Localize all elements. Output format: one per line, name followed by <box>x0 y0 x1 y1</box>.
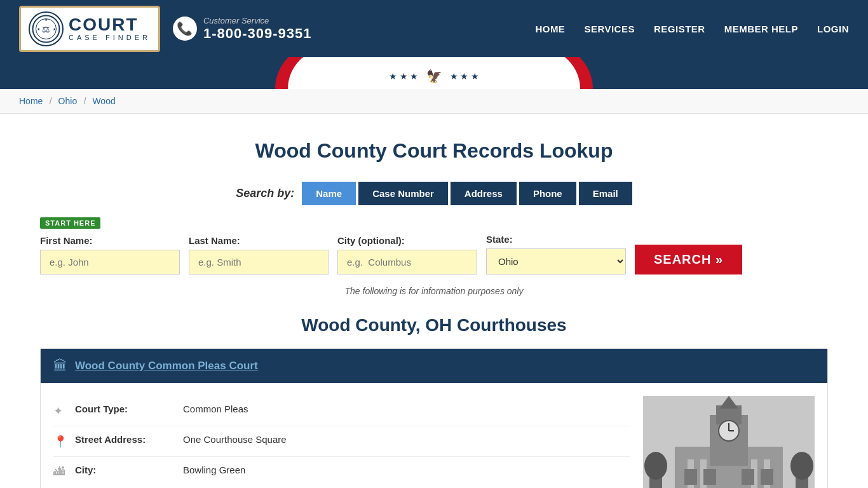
search-form: First Name: Last Name: City (optional): … <box>40 234 828 274</box>
info-note: The following is for information purpose… <box>40 286 828 296</box>
logo-finder-label: CASE FINDER <box>69 34 151 41</box>
nav-login[interactable]: LOGIN <box>817 24 849 34</box>
svg-rect-26 <box>742 469 754 485</box>
last-name-group: Last Name: <box>189 235 329 274</box>
customer-service: 📞 Customer Service 1-800-309-9351 <box>173 16 312 42</box>
breadcrumb-bar: Home / Ohio / Wood <box>0 89 868 114</box>
nav-member-help[interactable]: MEMBER HELP <box>724 24 798 34</box>
svg-rect-25 <box>703 469 716 485</box>
city-row: 🏙 City: Bowling Green <box>53 457 630 486</box>
arch-stars-left: ★ ★ ★ <box>389 71 419 81</box>
tab-name[interactable]: Name <box>302 182 356 205</box>
city-group: City (optional): <box>337 235 477 274</box>
banner-arch: ★ ★ ★ 🦅 ★ ★ ★ <box>0 57 868 89</box>
tab-phone[interactable]: Phone <box>519 182 576 205</box>
city-input[interactable] <box>337 250 477 274</box>
last-name-input[interactable] <box>189 250 329 274</box>
main-nav: HOME SERVICES REGISTER MEMBER HELP LOGIN <box>535 24 849 34</box>
svg-rect-24 <box>684 469 697 485</box>
courthouses-title: Wood County, OH Courthouses <box>40 315 828 336</box>
svg-text:★: ★ <box>44 18 48 22</box>
site-header: ⚖ ★ ★ ★ COURT CASE FINDER 📞 Customer Ser… <box>0 0 868 57</box>
tab-address[interactable]: Address <box>451 182 517 205</box>
breadcrumb-home[interactable]: Home <box>19 96 43 106</box>
courthouse-details: ✦ Court Type: Common Pleas 📍 Street Addr… <box>53 396 630 488</box>
city-label: City (optional): <box>337 235 477 246</box>
site-logo: ⚖ ★ ★ ★ COURT CASE FINDER <box>19 6 160 52</box>
street-address-value: One Courthouse Square <box>183 434 287 445</box>
breadcrumb-ohio[interactable]: Ohio <box>58 96 78 106</box>
state-select[interactable]: Ohio Alabama Alaska Arizona Arkansas Cal… <box>486 248 626 274</box>
courthouse-header: 🏛 Wood County Common Pleas Court <box>41 349 827 383</box>
cs-label: Customer Service <box>203 16 312 25</box>
courthouse-name-link[interactable]: Wood County Common Pleas Court <box>75 360 258 372</box>
arch-eagle: ★ ★ ★ 🦅 ★ ★ ★ <box>389 69 480 84</box>
tab-case-number[interactable]: Case Number <box>358 182 448 205</box>
svg-rect-27 <box>761 469 773 485</box>
tab-email[interactable]: Email <box>579 182 632 205</box>
header-left: ⚖ ★ ★ ★ COURT CASE FINDER 📞 Customer Ser… <box>19 6 312 52</box>
first-name-group: First Name: <box>40 235 180 274</box>
search-button[interactable]: SEARCH » <box>635 245 742 274</box>
first-name-label: First Name: <box>40 235 180 246</box>
courthouse-body: ✦ Court Type: Common Pleas 📍 Street Addr… <box>41 383 827 488</box>
cs-phone: 1-800-309-9351 <box>203 25 312 42</box>
court-type-row: ✦ Court Type: Common Pleas <box>53 396 630 426</box>
search-by-row: Search by: Name Case Number Address Phon… <box>40 182 828 205</box>
svg-text:★: ★ <box>37 27 40 31</box>
page-title: Wood County Court Records Lookup <box>40 139 828 163</box>
street-address-row: 📍 Street Address: One Courthouse Square <box>53 426 630 457</box>
start-here-badge: START HERE <box>40 217 828 234</box>
state-group: State: Ohio Alabama Alaska Arizona Arkan… <box>486 234 626 274</box>
svg-text:★: ★ <box>53 27 56 31</box>
main-content: Wood County Court Records Lookup Search … <box>21 114 847 488</box>
phone-icon: 📞 <box>173 17 197 41</box>
courthouse-card: 🏛 Wood County Common Pleas Court ✦ Court… <box>40 348 828 488</box>
nav-register[interactable]: REGISTER <box>654 24 705 34</box>
state-label: State: <box>486 234 626 245</box>
court-type-icon: ✦ <box>53 404 69 418</box>
breadcrumb-sep-1: / <box>50 96 55 106</box>
court-type-label: Court Type: <box>75 403 177 414</box>
logo-court-label: COURT <box>69 16 151 34</box>
breadcrumb-wood[interactable]: Wood <box>92 96 115 106</box>
svg-point-8 <box>644 452 667 480</box>
first-name-input[interactable] <box>40 250 180 274</box>
nav-home[interactable]: HOME <box>535 24 565 34</box>
svg-text:⚖: ⚖ <box>42 24 50 34</box>
nav-services[interactable]: SERVICES <box>584 24 635 34</box>
eagle-icon: 🦅 <box>426 69 442 84</box>
courthouse-icon: 🏛 <box>53 358 67 374</box>
breadcrumb-sep-2: / <box>84 96 89 106</box>
last-name-label: Last Name: <box>189 235 329 246</box>
street-address-label: Street Address: <box>75 434 177 445</box>
street-address-icon: 📍 <box>53 435 69 449</box>
logo-emblem-icon: ⚖ ★ ★ ★ <box>29 11 64 46</box>
city-row-label: City: <box>75 464 177 475</box>
city-row-icon: 🏙 <box>53 465 69 478</box>
svg-point-10 <box>790 452 813 480</box>
courthouse-image <box>643 396 815 488</box>
logo-text: COURT CASE FINDER <box>69 16 151 41</box>
city-row-value: Bowling Green <box>183 464 245 475</box>
search-by-label: Search by: <box>236 187 294 200</box>
arch-stars-right: ★ ★ ★ <box>450 71 480 81</box>
court-type-value: Common Pleas <box>183 403 248 414</box>
cs-text: Customer Service 1-800-309-9351 <box>203 16 312 42</box>
